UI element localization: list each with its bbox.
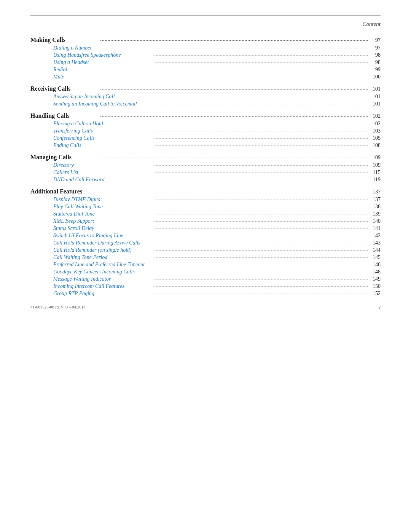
toc-sub-page: 103	[369, 128, 381, 134]
toc-sub-page: 152	[369, 291, 381, 297]
toc-sub-label: Conferencing Calls	[53, 135, 152, 141]
list-item: Using Handsfree Speakerphone 98	[30, 52, 381, 58]
toc-dots	[100, 40, 368, 41]
list-item: Display DTMF Digits 137	[30, 197, 381, 203]
toc-sub-dots	[154, 294, 368, 294]
toc-sub-label: Play Call Waiting Tone	[53, 204, 152, 210]
toc-sub-label: Mute	[53, 74, 152, 80]
header-rule	[30, 15, 381, 16]
toc-sub-label: Preferred Line and Preferred Line Timeou…	[53, 262, 152, 268]
page-header: Content	[30, 19, 381, 27]
toc-sub-label: Using a Headset	[53, 59, 152, 66]
list-item: Placing a Call on Hold 102	[30, 121, 381, 127]
toc: Making Calls 97 Dialing a Number 97 Usin…	[30, 37, 381, 297]
footer-doc-id: 41-001523-00 REV00 – 04.2014	[30, 305, 86, 310]
list-item: Redial 99	[30, 67, 381, 73]
toc-sub-page: 142	[369, 233, 381, 239]
toc-sub-page: 99	[369, 67, 381, 73]
list-item: Group RTP Paging 152	[30, 291, 381, 297]
toc-main-label: Receiving Calls	[30, 85, 99, 92]
toc-sub-dots	[154, 138, 368, 139]
toc-sub-dots	[154, 165, 368, 166]
toc-page: 101	[369, 86, 381, 92]
toc-main-label: Making Calls	[30, 37, 99, 43]
toc-sub-label: Redial	[53, 67, 152, 73]
toc-sub-page: 115	[369, 169, 381, 176]
toc-sub-label: DND and Call Forward	[53, 177, 152, 183]
toc-sub-dots	[154, 236, 368, 236]
toc-sub-dots	[154, 228, 368, 229]
toc-sub-dots	[154, 257, 368, 258]
toc-sub-label: Group RTP Paging	[53, 291, 152, 297]
toc-sub-label: Display DTMF Digits	[53, 197, 152, 203]
toc-sub-label: Using Handsfree Speakerphone	[53, 52, 152, 58]
toc-sub-page: 139	[369, 211, 381, 217]
toc-sub-page: 144	[369, 247, 381, 253]
toc-sub-label: Call Waiting Tone Period	[53, 254, 152, 260]
toc-sub-page: 140	[369, 218, 381, 224]
list-item: Switch UI Focus to Ringing Line 142	[30, 233, 381, 239]
toc-dots	[100, 89, 368, 89]
toc-sub-label: Switch UI Focus to Ringing Line	[53, 233, 152, 239]
list-item: Directory 109	[30, 162, 381, 168]
toc-sub-dots	[154, 77, 368, 77]
toc-sub-dots	[154, 286, 368, 287]
toc-sub-page: 102	[369, 121, 381, 127]
toc-sub-page: 143	[369, 240, 381, 246]
toc-sub-label: Callers List	[53, 169, 152, 176]
toc-page: 97	[369, 37, 381, 43]
toc-sub-label: Transferring Calls	[53, 128, 152, 134]
toc-sub-label: Incoming Intercom Call Features	[53, 283, 152, 289]
toc-sub-label: Call Hold Reminder (on single hold)	[53, 247, 152, 253]
toc-sub-dots	[154, 214, 368, 214]
toc-sub-label: Dialing a Number	[53, 45, 152, 51]
toc-sub-label: Sending an Incoming Call to Voicemail	[53, 101, 152, 107]
list-item: Transferring Calls 103	[30, 128, 381, 134]
toc-sub-dots	[154, 173, 368, 173]
toc-sub-label: Stuttered Dial Tone	[53, 211, 152, 217]
toc-sub-label: Call Hold Reminder During Active Calls	[53, 240, 152, 246]
toc-section-making-calls: Making Calls 97 Dialing a Number 97 Usin…	[30, 37, 381, 80]
page-container: Content Making Calls 97 Dialing a Number…	[0, 0, 411, 322]
toc-sub-dots	[154, 104, 368, 104]
list-item: Call Hold Reminder During Active Calls 1…	[30, 240, 381, 246]
toc-main-label: Managing Calls	[30, 154, 99, 161]
toc-section-handling-calls: Handling Calls 102 Placing a Call on Hol…	[30, 112, 381, 149]
toc-sub-page: 137	[369, 197, 381, 203]
list-item: Incoming Intercom Call Features 150	[30, 283, 381, 289]
list-item: Stuttered Dial Tone 139	[30, 211, 381, 217]
toc-main-handling-calls: Handling Calls 102	[30, 112, 381, 119]
toc-sub-dots	[154, 200, 368, 200]
toc-sub-dots	[154, 221, 368, 222]
list-item: Call Hold Reminder (on single hold) 144	[30, 247, 381, 253]
list-item: DND and Call Forward 119	[30, 177, 381, 183]
toc-page: 102	[369, 113, 381, 119]
toc-sub-page: 101	[369, 94, 381, 100]
toc-main-label: Handling Calls	[30, 112, 99, 119]
toc-dots	[100, 192, 368, 192]
toc-main-additional-features: Additional Features 137	[30, 188, 381, 195]
toc-section-receiving-calls: Receiving Calls 101 Answering an Incomin…	[30, 85, 381, 107]
list-item: Sending an Incoming Call to Voicemail 10…	[30, 101, 381, 107]
toc-sub-page: 98	[369, 52, 381, 58]
toc-sub-dots	[154, 207, 368, 207]
page-footer: 41-001523-00 REV00 – 04.2014 v	[30, 305, 381, 310]
toc-sub-dots	[154, 243, 368, 243]
toc-main-managing-calls: Managing Calls 109	[30, 154, 381, 161]
footer-page-num: v	[379, 305, 381, 310]
toc-main-making-calls: Making Calls 97	[30, 37, 381, 43]
toc-sub-page: 108	[369, 142, 381, 149]
toc-sub-page: 109	[369, 162, 381, 168]
toc-sub-page: 98	[369, 59, 381, 66]
toc-page: 109	[369, 155, 381, 161]
toc-sub-dots	[154, 180, 368, 180]
toc-sub-label: XML Beep Support	[53, 218, 152, 224]
toc-main-label: Additional Features	[30, 188, 99, 195]
list-item: Play Call Waiting Tone 138	[30, 204, 381, 210]
toc-sub-dots	[154, 272, 368, 272]
toc-sub-dots	[154, 131, 368, 131]
toc-sub-label: Message Waiting Indicator	[53, 276, 152, 282]
list-item: Ending Calls 108	[30, 142, 381, 149]
toc-sub-label: Placing a Call on Hold	[53, 121, 152, 127]
list-item: XML Beep Support 140	[30, 218, 381, 224]
